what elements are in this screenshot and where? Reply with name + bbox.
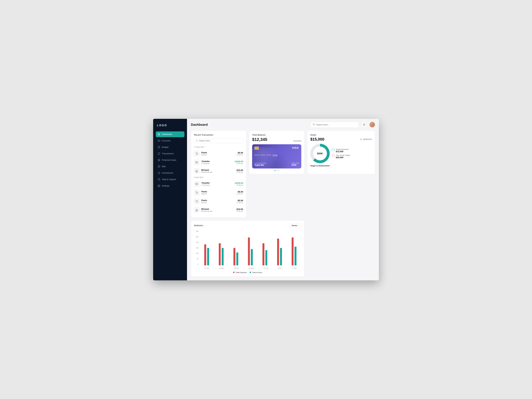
sidebar-item-accounts[interactable]: Accounts [156, 138, 184, 144]
transaction-row[interactable]: Pants Myntra -$5.00 12:00 pm [194, 149, 243, 158]
sidebar-item-financial-goals[interactable]: Financial Goals [156, 157, 184, 163]
svg-point-10 [158, 160, 159, 160]
nav-label: Bills [162, 165, 166, 168]
transaction-merchant: Myntra [201, 154, 234, 156]
nav-label: Help & Support [162, 178, 176, 181]
svg-rect-0 [158, 133, 159, 134]
invest-icon [158, 172, 160, 174]
sidebar-item-settings[interactable]: Settings [156, 183, 184, 189]
svg-rect-3 [159, 134, 160, 135]
cart-icon [194, 151, 199, 156]
transaction-row[interactable]: Pants Myntra -$5.00 12:00 pm [194, 188, 243, 197]
transaction-time: 12:00 pm [236, 193, 243, 195]
transaction-name: Pants [201, 151, 234, 154]
bar [295, 247, 297, 265]
transaction-time: 12:00 pm [236, 210, 243, 212]
ring-label: $20K [317, 152, 323, 155]
svg-line-19 [314, 125, 315, 125]
goal-progress-ring: $20K [310, 144, 330, 163]
card-expiry-label: Expiry Date [291, 162, 299, 164]
home-icon [194, 168, 199, 174]
bar-group [248, 231, 253, 265]
balance-card: Total Balance $12,345 Accounts VISA ****… [249, 131, 304, 174]
month-target-value: $20,000 [336, 156, 350, 159]
topbar: Dashboard [187, 119, 379, 131]
sidebar-item-investments[interactable]: Investments [156, 170, 184, 176]
goals-amount: $15,000 [310, 137, 324, 142]
transaction-name: Youtube [201, 160, 232, 163]
bar [277, 239, 279, 265]
goals-title: Goals [310, 134, 372, 136]
search-icon [313, 123, 315, 126]
balance-title: Total Balance [252, 134, 301, 136]
month-target-label: This month Target [336, 154, 350, 156]
transaction-merchant: Biryani By kilo [201, 171, 234, 173]
sidebar-item-dashboard[interactable]: Dashboard [156, 131, 184, 137]
svg-point-29 [197, 193, 198, 194]
transaction-name: Pants [201, 190, 234, 193]
avatar[interactable] [369, 122, 375, 127]
transaction-name: Biriyani [201, 169, 234, 171]
bar [292, 237, 294, 265]
transactions-title: Recent Transaction [194, 134, 243, 136]
transaction-name: Pants [201, 199, 234, 202]
bar [280, 248, 282, 265]
nav-label: Transactions [162, 152, 174, 155]
transaction-row[interactable]: Youtube Z Channel +$100.00 12:00 pm [194, 180, 243, 188]
transaction-name: Biriyani [201, 208, 234, 210]
card-icon [158, 139, 160, 142]
balance-amount: $12,345 [252, 137, 267, 142]
cart-icon [194, 199, 199, 204]
bar-group [204, 231, 209, 265]
svg-point-17 [159, 186, 159, 186]
transaction-row[interactable]: Biriyani Biryani By kilo -$10.00 12:00 p… [194, 167, 243, 175]
card-number: **** **** **** 234 [254, 154, 299, 157]
bar [251, 249, 253, 265]
svg-marker-25 [196, 162, 197, 163]
transaction-search-input[interactable] [199, 139, 241, 142]
transaction-amount: -$10.00 [236, 208, 243, 210]
nav-label: Accounts [162, 139, 171, 142]
sidebar-item-transactions[interactable]: Transactions [156, 151, 184, 157]
transaction-merchant: Myntra [201, 193, 234, 195]
transaction-row[interactable]: Youtube Z Channel +$100.00 12:00 pm [194, 158, 243, 167]
svg-point-9 [158, 159, 160, 161]
svg-rect-11 [158, 165, 160, 167]
legend-income: Total Income [252, 272, 262, 273]
sidebar-item-bills[interactable]: Bills [156, 164, 184, 169]
video-icon [194, 160, 199, 165]
goals-card: Goals $15,000 06/08/2024 $20K [307, 131, 375, 174]
pencil-icon[interactable] [360, 138, 362, 140]
main: Dashboard Total Balance $12,345 Accounts [187, 119, 379, 280]
transaction-search[interactable] [194, 138, 243, 143]
transaction-row[interactable]: Pants Myntra -$5.00 12:00 pm [194, 197, 243, 206]
sidebar-item-budget[interactable]: Budget [156, 144, 184, 150]
bar-chart: 30k25k20k15k10k5k0 11 Sun12 Mon13 Tue14 … [194, 229, 301, 271]
statistics-card: Statistics Weekly 30k25k20k15k10k5k0 11 … [191, 220, 304, 277]
transaction-date-header: 17 May 2023 [194, 146, 243, 148]
sidebar-item-help-support[interactable]: Help & Support [156, 177, 184, 182]
top-search[interactable] [310, 122, 359, 128]
logo: LOGO [156, 123, 184, 131]
svg-rect-2 [158, 134, 159, 135]
bar [262, 243, 264, 265]
transaction-name: Youtube [201, 182, 232, 184]
carousel-dots[interactable] [252, 170, 301, 171]
target-icon [332, 154, 335, 157]
svg-point-23 [197, 154, 198, 155]
credit-card[interactable]: VISA **** **** **** 234 Card Holder Name… [252, 144, 301, 168]
bar [236, 253, 238, 265]
period-dropdown[interactable]: Weekly [290, 223, 301, 228]
top-search-input[interactable] [316, 123, 357, 126]
trophy-icon [332, 148, 335, 151]
transaction-amount: +$100.00 [234, 182, 243, 184]
accounts-link[interactable]: Accounts [293, 140, 301, 142]
notifications-button[interactable] [361, 122, 367, 127]
video-icon [194, 181, 199, 187]
sidebar: LOGO DashboardAccountsBudgetTransactions… [153, 119, 187, 280]
grid-icon [158, 133, 160, 136]
transaction-row[interactable]: Biriyani Biryani By kilo -$10.00 12:00 p… [194, 206, 243, 215]
nav-label: Investments [162, 172, 173, 174]
transaction-time: 12:00 pm [236, 154, 243, 156]
bar [248, 237, 250, 265]
